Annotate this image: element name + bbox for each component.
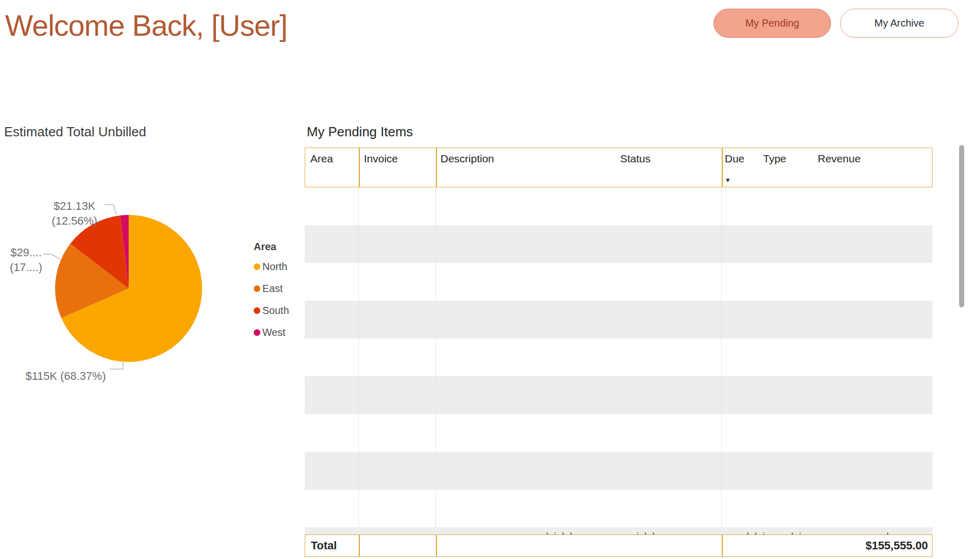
table-row	[305, 225, 933, 263]
legend-item-west[interactable]: West	[254, 326, 289, 338]
legend-label-east: East	[262, 283, 283, 295]
clipped-text-fragment: l l i	[747, 530, 766, 534]
table-gridline	[358, 187, 359, 534]
column-header-area[interactable]: Area	[310, 153, 333, 165]
clipped-text-fragment: l	[887, 530, 890, 534]
column-header-status[interactable]: Status	[620, 153, 651, 165]
table-row	[305, 452, 933, 490]
table-gridline	[721, 187, 722, 534]
column-header-type[interactable]: Type	[763, 153, 787, 165]
chart-legend: Area North East South West	[254, 241, 289, 348]
column-header-invoice[interactable]: Invoice	[364, 153, 398, 165]
pie-data-label-east-value: $29....	[7, 245, 45, 260]
table-row	[305, 263, 933, 301]
header-separator	[359, 148, 360, 187]
table-row	[305, 490, 933, 527]
pie-chart	[55, 215, 202, 362]
total-separator	[722, 535, 723, 556]
clipped-text-fragment: l i	[791, 530, 803, 534]
table-row	[305, 338, 933, 376]
my-pending-button-label: My Pending	[745, 17, 799, 29]
table-row-clipped: l i l l i l l l l i l i l	[305, 527, 933, 534]
pie-data-label-south-value: $21.13K	[44, 199, 105, 213]
table-row	[305, 301, 933, 338]
legend-swatch-north-icon	[254, 263, 260, 270]
pie-data-label-east-percent: (17....)	[7, 260, 45, 275]
table-header-row: Area Invoice Description Status Due Type…	[305, 148, 933, 187]
my-archive-button[interactable]: My Archive	[840, 9, 959, 38]
table-row	[305, 187, 933, 225]
legend-swatch-south-icon	[254, 307, 260, 314]
vertical-scrollbar-thumb[interactable]	[959, 145, 964, 307]
legend-label-south: South	[262, 305, 289, 317]
legend-item-north[interactable]: North	[254, 260, 289, 273]
leader-line-south	[105, 205, 116, 214]
table-title: My Pending Items	[307, 124, 413, 140]
legend-label-west: West	[262, 327, 285, 338]
legend-item-east[interactable]: East	[254, 282, 289, 295]
clipped-text-fragment: i l l	[636, 530, 656, 534]
leader-line-north	[110, 362, 123, 369]
pie-data-label-south: $21.13K (12.56%)	[44, 199, 105, 228]
column-header-due[interactable]: Due	[725, 153, 745, 165]
total-revenue-value: $155,555.00	[866, 539, 928, 552]
legend-swatch-west-icon	[254, 329, 260, 336]
pie-data-label-east: $29.... (17....)	[7, 245, 45, 275]
legend-title: Area	[254, 241, 289, 253]
column-header-revenue[interactable]: Revenue	[818, 153, 861, 165]
clipped-text-fragment: l i l l	[546, 530, 574, 534]
chart-title: Estimated Total Unbilled	[4, 124, 146, 140]
header-separator	[722, 148, 723, 187]
total-separator	[359, 535, 360, 556]
header-separator	[436, 148, 437, 187]
legend-item-south[interactable]: South	[254, 304, 289, 317]
my-pending-button[interactable]: My Pending	[714, 9, 831, 38]
pie-data-label-north-value: $115K (68.37%)	[26, 369, 106, 383]
total-separator	[436, 535, 437, 556]
table-gridline	[435, 187, 436, 534]
total-label: Total	[311, 539, 337, 552]
table-row	[305, 414, 933, 452]
table-total-row: Total $155,555.00	[305, 534, 933, 557]
pie-data-label-north: $115K (68.37%)	[26, 369, 106, 383]
my-archive-button-label: My Archive	[874, 17, 924, 29]
page-title: Welcome Back, [User]	[5, 8, 287, 42]
sort-descending-icon[interactable]: ▼	[725, 177, 731, 184]
legend-label-north: North	[262, 261, 287, 273]
legend-swatch-east-icon	[254, 285, 260, 292]
column-header-description[interactable]: Description	[440, 153, 494, 165]
pie-data-label-south-percent: (12.56%)	[44, 213, 105, 228]
table-row	[305, 376, 933, 414]
